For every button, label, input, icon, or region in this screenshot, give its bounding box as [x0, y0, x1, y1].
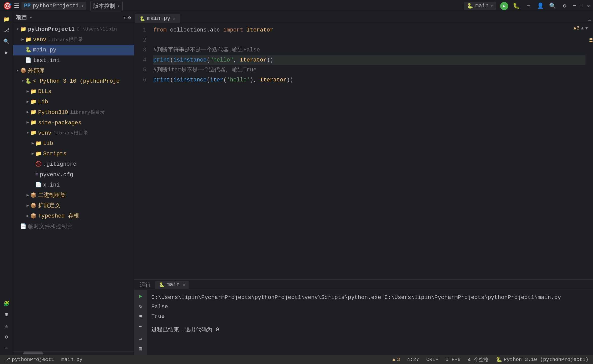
tree-item-python310[interactable]: ▾ 🐍 < Python 3.10 (pythonProje	[13, 76, 134, 86]
tree-item-scripts[interactable]: ▶ 📁 Scripts	[13, 149, 134, 159]
code-content[interactable]: from collections.abc import Iterator #判断…	[149, 23, 589, 279]
status-branch[interactable]: ⎇ pythonProject1	[3, 356, 56, 363]
run-button[interactable]: ▶	[500, 2, 508, 10]
tab-run-main[interactable]: 🐍 main ✕	[155, 281, 189, 289]
maximize-button[interactable]: □	[580, 3, 583, 9]
folder-icon: 📁	[25, 36, 32, 44]
tab-close-button[interactable]: ✕	[172, 16, 176, 22]
status-file[interactable]: main.py	[60, 356, 84, 363]
settings-button[interactable]: ⚙	[561, 2, 569, 10]
comment: #判断字符串是不是一个迭代器,输出False	[153, 45, 260, 55]
status-file-name: main.py	[61, 357, 82, 362]
sidebar-item-terminal[interactable]: ⊞	[2, 310, 12, 320]
search-button[interactable]: 🔍	[549, 2, 557, 10]
warning-up-icon[interactable]: ▲	[581, 26, 584, 31]
code-line-2	[153, 35, 585, 45]
tree-item-venv[interactable]: ▶ 📁 venv library根目录	[13, 35, 134, 45]
run-tool-refresh[interactable]: ↻	[136, 302, 145, 310]
tree-item-external-libs[interactable]: ▾ 📦 外部库	[13, 66, 134, 76]
warning-down-icon[interactable]: ▼	[585, 26, 588, 31]
tree-arrow	[30, 182, 35, 189]
tree-item-expand[interactable]: ▶ 📦 扩展定义	[13, 201, 134, 211]
run-config-selector[interactable]: 🐍 main ▾	[464, 2, 496, 10]
tab-main-py[interactable]: 🐍 main.py ✕	[135, 14, 180, 23]
status-encoding[interactable]: UTF-8	[444, 356, 462, 363]
status-interpreter[interactable]: 🐍 Python 3.10 (pythonProject1)	[494, 356, 590, 363]
project-selector[interactable]: PP pythonProject1 ▾	[21, 2, 86, 10]
panel-dropdown-icon[interactable]: ▾	[29, 14, 33, 21]
status-position[interactable]: 4:27	[406, 356, 421, 363]
run-tool-wrap[interactable]: ↵	[136, 335, 145, 343]
run-tool-stop[interactable]: ■	[136, 312, 145, 320]
collapse-icon[interactable]: ◁	[123, 15, 126, 20]
tree-item-binary[interactable]: ▶ 📦 二进制框架	[13, 190, 134, 201]
tree-item-python310-lib[interactable]: ▶ 📁 Python310 library根目录	[13, 107, 134, 118]
tree-item-test-ini[interactable]: 📄 test.ini	[13, 55, 134, 66]
tree-name: .gitignore	[43, 160, 76, 169]
string-literal: "hello"	[210, 55, 233, 65]
tree-item-lib2[interactable]: ▶ 📁 Lib	[13, 138, 134, 149]
tree-item-site-packages[interactable]: ▶ 📁 site-packages	[13, 118, 134, 128]
python-icon: 🐍	[25, 77, 32, 85]
run-tool-run[interactable]: ▶	[136, 292, 145, 300]
tree-item-main-py[interactable]: 🐍 main.py	[13, 45, 134, 55]
minimize-button[interactable]: ─	[573, 3, 576, 9]
tree-item-gitignore[interactable]: 🚫 .gitignore	[13, 159, 134, 169]
more-actions-button[interactable]: ⋯	[524, 2, 532, 10]
debug-button[interactable]: 🐛	[512, 2, 520, 10]
vcs-dropdown-icon: ▾	[117, 4, 120, 9]
vcs-label: 版本控制	[93, 2, 115, 10]
sidebar-item-run[interactable]: ▶	[2, 47, 12, 57]
run-tool-clear[interactable]: 🗑	[136, 345, 145, 353]
sidebar-item-more[interactable]: ⋯	[2, 343, 12, 353]
tree-item-x-ini[interactable]: 📄 x.ini	[13, 180, 134, 190]
tree-arrow	[20, 57, 25, 64]
tree-name: main.py	[33, 46, 56, 54]
tree-arrow	[30, 161, 35, 168]
tab-run-label[interactable]: 运行	[136, 281, 154, 289]
line-ending: CRLF	[426, 357, 438, 362]
recent-files-icon[interactable]: ⋯	[588, 17, 591, 23]
tree-item-venv2[interactable]: ▾ 📁 venv library根目录	[13, 128, 134, 138]
tree-name: x.ini	[43, 181, 60, 190]
vcs-selector[interactable]: 版本控制 ▾	[90, 1, 123, 11]
code-editor[interactable]: 1 2 3 4 5 6 from collections.abc import …	[134, 23, 593, 279]
tree-arrow: ▾	[15, 26, 20, 33]
tree-name: Python310	[38, 108, 68, 117]
editor-scrollbar[interactable]	[589, 23, 593, 279]
status-indent[interactable]: 4 个空格	[466, 356, 490, 363]
settings-tree-icon[interactable]: ⚙	[128, 15, 131, 20]
close-button[interactable]: ✕	[587, 3, 590, 9]
run-label: 运行	[140, 281, 151, 289]
sidebar-item-settings[interactable]: ⚙	[2, 332, 12, 342]
tree-item-temp[interactable]: 📄 临时文件和控制台	[13, 222, 134, 232]
tree-item-typeshed[interactable]: ▶ 📦 Typeshed 存根	[13, 211, 134, 221]
tree-name: Scripts	[43, 149, 66, 158]
warning-indicator[interactable]: ▲3 ▲ ▼	[573, 25, 588, 31]
sidebar-item-commits[interactable]: ⎇	[2, 25, 12, 35]
icon-sidebar: 📁 ⎇ 🔍 ▶ 🧩 ⊞ ⚠ ⚙ ⋯	[0, 12, 13, 355]
hamburger-icon[interactable]: ☰	[14, 2, 19, 10]
status-line-ending[interactable]: CRLF	[425, 356, 440, 363]
profile-button[interactable]: 👤	[536, 2, 545, 10]
output-line1: False	[151, 302, 589, 312]
class-ref: Iterator	[260, 75, 287, 85]
tree-item-root[interactable]: ▾ 📁 pythonProject1 C:\Users\lipin	[13, 24, 134, 35]
status-warnings[interactable]: ▲ 3	[391, 356, 402, 363]
tree-item-lib[interactable]: ▶ 📁 Lib	[13, 97, 134, 107]
sidebar-item-files[interactable]: 📁	[2, 14, 12, 24]
run-tool-more[interactable]: ⋯	[136, 322, 145, 330]
sidebar-item-search[interactable]: 🔍	[2, 36, 12, 46]
run-tab-close[interactable]: ✕	[183, 282, 185, 287]
func-name: print	[153, 55, 170, 65]
output-line2: True	[151, 312, 589, 321]
tree-item-dlls[interactable]: ▶ 📁 DLLs	[13, 86, 134, 97]
sidebar-item-problems[interactable]: ⚠	[2, 321, 12, 331]
sidebar-item-plugins[interactable]: 🧩	[2, 298, 12, 309]
tree-name: DLLs	[38, 87, 51, 96]
code-line-4: print ( isinstance ( "hello" , Iterator …	[153, 55, 585, 65]
main-area: 📁 ⎇ 🔍 ▶ 🧩 ⊞ ⚠ ⚙ ⋯ 项目 ▾ ◁ ⚙ ▾ 📁 pythonPro…	[0, 12, 593, 355]
h-scrollbar[interactable]	[13, 351, 134, 355]
tree-item-pyvenv[interactable]: ≡ pyvenv.cfg	[13, 170, 134, 180]
folder-icon: 📁	[30, 129, 37, 137]
